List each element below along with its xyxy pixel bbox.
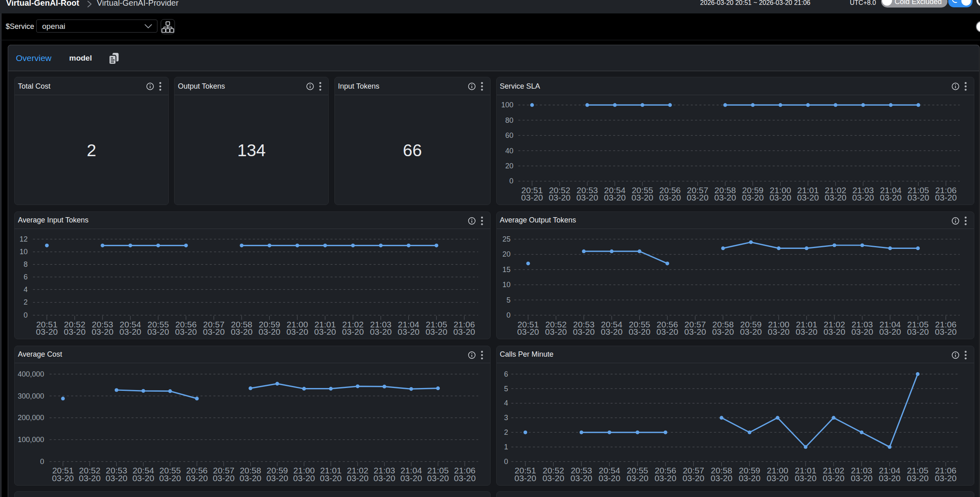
svg-text:4: 4: [24, 286, 28, 294]
svg-text:03-20: 03-20: [454, 473, 476, 483]
svg-text:03-20: 03-20: [629, 327, 650, 336]
svg-text:1: 1: [504, 443, 508, 451]
svg-text:03-20: 03-20: [36, 327, 58, 336]
svg-text:03-20: 03-20: [293, 473, 315, 483]
svg-text:4: 4: [504, 399, 508, 407]
svg-text:15: 15: [502, 266, 511, 274]
svg-text:03-20: 03-20: [683, 473, 705, 483]
svg-text:03-20: 03-20: [657, 327, 679, 336]
svg-text:03-20: 03-20: [796, 327, 818, 336]
svg-text:03-20: 03-20: [231, 327, 253, 336]
svg-text:03-20: 03-20: [598, 473, 620, 483]
svg-text:03-20: 03-20: [400, 473, 422, 483]
svg-text:03-20: 03-20: [797, 193, 819, 202]
svg-text:03-20: 03-20: [570, 473, 592, 483]
svg-text:03-20: 03-20: [342, 327, 364, 336]
svg-text:0: 0: [506, 311, 511, 319]
svg-text:03-20: 03-20: [453, 327, 475, 336]
svg-text:10: 10: [20, 248, 28, 256]
svg-text:80: 80: [505, 116, 513, 124]
svg-text:03-20: 03-20: [825, 193, 847, 202]
svg-text:03-20: 03-20: [767, 473, 789, 483]
svg-text:60: 60: [505, 131, 513, 140]
svg-text:03-20: 03-20: [573, 327, 595, 336]
svg-text:03-20: 03-20: [545, 327, 567, 336]
svg-text:10: 10: [502, 281, 511, 289]
svg-text:03-20: 03-20: [907, 473, 929, 483]
svg-text:03-20: 03-20: [907, 327, 929, 336]
svg-text:03-20: 03-20: [684, 327, 706, 336]
svg-text:40: 40: [505, 147, 513, 155]
svg-text:03-20: 03-20: [740, 327, 762, 336]
svg-text:03-20: 03-20: [908, 193, 930, 202]
svg-text:0: 0: [504, 458, 508, 466]
svg-text:03-20: 03-20: [823, 473, 845, 483]
svg-text:03-20: 03-20: [935, 473, 957, 483]
svg-text:03-20: 03-20: [631, 193, 653, 202]
svg-text:03-20: 03-20: [769, 193, 791, 202]
svg-text:03-20: 03-20: [203, 327, 225, 336]
svg-text:03-20: 03-20: [739, 473, 761, 483]
svg-text:03-20: 03-20: [659, 193, 681, 202]
svg-text:03-20: 03-20: [879, 473, 901, 483]
svg-text:03-20: 03-20: [880, 193, 902, 202]
svg-text:400,000: 400,000: [18, 370, 44, 378]
svg-text:03-20: 03-20: [687, 193, 709, 202]
svg-text:03-20: 03-20: [851, 473, 873, 483]
svg-text:03-20: 03-20: [159, 473, 181, 483]
svg-text:03-20: 03-20: [711, 473, 733, 483]
svg-text:03-20: 03-20: [935, 327, 957, 336]
svg-text:0: 0: [40, 458, 44, 466]
svg-text:03-20: 03-20: [370, 327, 392, 336]
svg-text:03-20: 03-20: [120, 327, 142, 336]
svg-text:Cold Excluded: Cold Excluded: [895, 0, 942, 6]
svg-text:03-20: 03-20: [852, 193, 874, 202]
svg-text:03-20: 03-20: [259, 327, 281, 336]
svg-text:03-20: 03-20: [521, 193, 543, 202]
svg-text:6: 6: [504, 370, 508, 378]
svg-text:03-20: 03-20: [175, 327, 197, 336]
svg-text:03-20: 03-20: [106, 473, 128, 483]
svg-text:5: 5: [506, 296, 511, 304]
svg-text:03-20: 03-20: [823, 327, 845, 336]
svg-text:03-20: 03-20: [712, 327, 734, 336]
svg-text:03-20: 03-20: [768, 327, 790, 336]
svg-text:3: 3: [504, 414, 508, 422]
svg-text:300,000: 300,000: [18, 392, 44, 400]
svg-text:03-20: 03-20: [601, 327, 623, 336]
svg-text:03-20: 03-20: [347, 473, 369, 483]
svg-text:03-20: 03-20: [549, 193, 571, 202]
svg-text:2: 2: [504, 428, 508, 436]
svg-text:200,000: 200,000: [18, 414, 44, 422]
svg-text:12: 12: [20, 235, 28, 243]
svg-text:100: 100: [501, 101, 513, 109]
svg-text:03-20: 03-20: [320, 473, 342, 483]
svg-text:03-20: 03-20: [626, 473, 648, 483]
svg-text:03-20: 03-20: [742, 193, 764, 202]
svg-text:03-20: 03-20: [79, 473, 101, 483]
svg-text:03-20: 03-20: [286, 327, 308, 336]
svg-text:03-20: 03-20: [132, 473, 154, 483]
svg-text:03-20: 03-20: [52, 473, 74, 483]
svg-text:20: 20: [502, 250, 511, 258]
svg-text:03-20: 03-20: [373, 473, 395, 483]
svg-text:03-20: 03-20: [935, 193, 957, 202]
svg-text:03-20: 03-20: [92, 327, 113, 336]
svg-text:03-20: 03-20: [426, 327, 447, 336]
svg-text:03-20: 03-20: [794, 473, 816, 483]
svg-text:03-20: 03-20: [604, 193, 626, 202]
svg-text:03-20: 03-20: [515, 473, 537, 483]
svg-text:100,000: 100,000: [18, 436, 44, 444]
svg-text:0: 0: [24, 311, 28, 319]
svg-text:0: 0: [509, 177, 513, 185]
svg-text:6: 6: [24, 273, 28, 281]
svg-text:5: 5: [504, 385, 508, 393]
svg-text:25: 25: [502, 235, 511, 243]
svg-text:03-20: 03-20: [517, 327, 539, 336]
svg-text:03-20: 03-20: [186, 473, 208, 483]
svg-text:03-20: 03-20: [576, 193, 598, 202]
svg-text:03-20: 03-20: [714, 193, 736, 202]
svg-text:03-20: 03-20: [655, 473, 677, 483]
svg-text:03-20: 03-20: [64, 327, 86, 336]
svg-text:03-20: 03-20: [427, 473, 449, 483]
